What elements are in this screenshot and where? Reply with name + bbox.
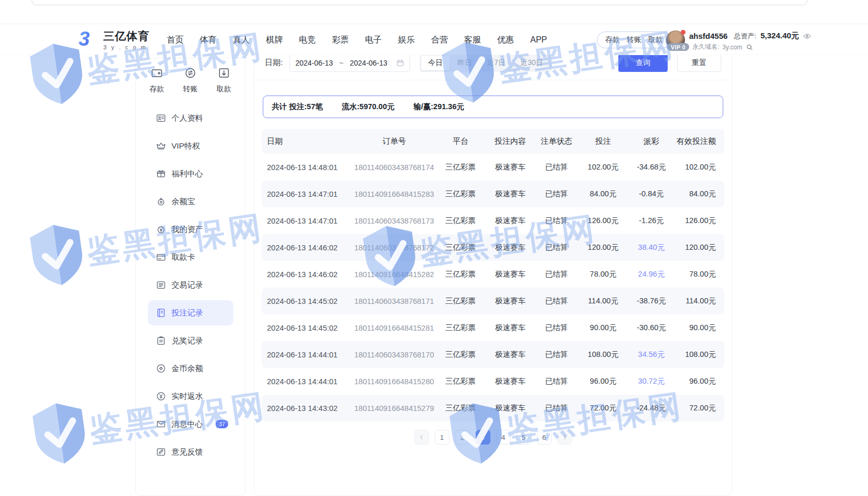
summary-bar: 共计 投注:57笔 流水:5970.00元 输/赢:291.36元 — [263, 96, 723, 118]
cell-order-number: 1801140603438768170 — [354, 351, 434, 359]
search-icon[interactable] — [745, 43, 754, 51]
profile-icon — [156, 113, 166, 123]
sidebar-item[interactable]: 余额宝 — [148, 189, 233, 214]
cell-valid-bet: 120.00元 — [676, 242, 725, 252]
bet-records-panel: 日期: 2024-06-13 ~ 2024-06-13 今日昨日近7日近30日 … — [254, 50, 732, 496]
quick-date-filter: 今日昨日近7日近30日 — [420, 54, 551, 72]
wallet-actions: 存款转账取款 — [597, 31, 671, 48]
cell-bet-amount: 90.00元 — [579, 323, 627, 333]
table-row: 2024-06-13 14:46:021801140603438768172三亿… — [262, 234, 724, 261]
reset-button[interactable]: 重置 — [677, 54, 721, 72]
site-logo[interactable]: 3 三亿体育 3 y . c o m — [76, 28, 149, 51]
date-range-picker[interactable]: 2024-06-13 ~ 2024-06-13 — [290, 54, 410, 72]
sidebar-item[interactable]: 兑奖记录 — [148, 328, 233, 353]
nav-item[interactable]: APP — [530, 35, 547, 45]
nav-item[interactable]: 电子 — [365, 35, 382, 46]
nav-item[interactable]: 优惠 — [497, 35, 514, 46]
wallet-action-button[interactable]: 转账 — [627, 35, 641, 45]
search-button[interactable]: 查询 — [618, 54, 668, 72]
sidebar-item[interactable]: 意见反馈 — [148, 439, 233, 465]
cell-bet-content: 极速赛车 — [487, 323, 534, 333]
sidebar-item[interactable]: 金币余额 — [148, 356, 233, 381]
messages-icon — [156, 419, 166, 429]
page-button[interactable]: 1 — [435, 430, 449, 445]
cell-payout: -24.48元 — [627, 403, 676, 413]
page-button[interactable]: 6 — [537, 430, 552, 445]
wallet-action-button[interactable]: 存款 — [605, 35, 620, 45]
transactions-icon — [156, 280, 166, 290]
user-center-sidebar: 存款转账取款 个人资料VIP特权福利中心余额宝我的资产取款卡交易记录投注记录兑奖… — [135, 58, 245, 496]
quick-filter-button[interactable]: 近30日 — [513, 56, 550, 70]
sidebar-item[interactable]: 个人资料 — [148, 105, 233, 131]
quick-filter-button[interactable]: 昨日 — [451, 56, 479, 70]
quick-filter-button[interactable]: 近7日 — [480, 56, 512, 70]
page-button[interactable]: 3 — [476, 430, 490, 445]
cell-platform: 三亿彩票 — [434, 189, 487, 199]
vip-badge: VIP 0 — [667, 43, 689, 51]
nav-item[interactable]: 合营 — [431, 35, 448, 46]
column-header: 投注 — [579, 136, 627, 146]
sidebar-item[interactable]: 福利中心 — [148, 161, 233, 186]
nav-item[interactable]: 真人 — [233, 35, 250, 46]
page-button[interactable]: 4 — [496, 430, 511, 445]
sidebar-quick-transfer[interactable]: 转账 — [183, 67, 198, 94]
prev-page-button[interactable] — [414, 430, 429, 445]
sidebar-item[interactable]: 投注记录 — [148, 300, 233, 325]
cell-date: 2024-06-13 14:46:02 — [262, 270, 354, 279]
cell-order-number: 1801140916648415282 — [354, 270, 434, 279]
table-header-row: 日期订单号平台投注内容注单状态投注派彩有效投注额 — [262, 129, 724, 154]
sidebar-item-label: 投注记录 — [172, 308, 203, 318]
summary-total: 共计 投注:57笔 — [272, 102, 323, 112]
cell-valid-bet: 108.00元 — [676, 350, 725, 360]
nav-item[interactable]: 彩票 — [332, 35, 349, 46]
transfer-icon — [184, 67, 197, 81]
cell-status: 已结算 — [534, 403, 579, 413]
sidebar-item[interactable]: 消息中心37 — [148, 411, 233, 437]
cell-order-number: 1801140603438768173 — [354, 217, 434, 225]
table-row: 2024-06-13 14:43:021801140916648415279三亿… — [262, 395, 724, 421]
sidebar-item[interactable]: 实时返水 — [148, 384, 233, 409]
sidebar-item-label: 取款卡 — [172, 252, 195, 262]
nav-item[interactable]: 首页 — [167, 35, 184, 46]
page-button[interactable]: 2 — [455, 430, 470, 445]
cell-platform: 三亿彩票 — [434, 242, 487, 252]
cell-bet-content: 极速赛车 — [487, 242, 534, 252]
sidebar-quick-deposit[interactable]: 存款 — [149, 67, 164, 94]
date-to: 2024-06-13 — [350, 59, 388, 67]
cell-valid-bet: 126.00元 — [676, 216, 725, 226]
nav-item[interactable]: 棋牌 — [266, 35, 283, 46]
sidebar-item[interactable]: 我的资产 — [148, 217, 233, 242]
wallet-action-button[interactable]: 取款 — [648, 35, 663, 45]
cell-platform: 三亿彩票 — [434, 269, 487, 279]
cell-bet-amount: 96.00元 — [579, 376, 627, 386]
cell-order-number: 1801140916648415279 — [354, 404, 434, 413]
cell-date: 2024-06-13 14:44:01 — [262, 351, 354, 359]
page-button[interactable]: 5 — [517, 430, 531, 445]
cell-payout: 30.72元 — [627, 376, 676, 386]
cell-platform: 三亿彩票 — [434, 403, 487, 413]
cell-payout: -30.60元 — [627, 323, 676, 333]
sidebar-item[interactable]: 取款卡 — [148, 245, 233, 270]
cell-bet-amount: 102.00元 — [579, 162, 627, 172]
sidebar-item[interactable]: VIP特权 — [148, 133, 233, 159]
assets-icon — [156, 224, 166, 235]
nav-item[interactable]: 娱乐 — [398, 35, 415, 46]
sidebar-item[interactable]: 交易记录 — [148, 272, 233, 298]
next-page-button[interactable] — [558, 430, 572, 445]
coins-icon — [156, 363, 166, 374]
sidebar-item-label: 我的资产 — [172, 225, 203, 235]
nav-item[interactable]: 客服 — [464, 35, 481, 46]
feedback-icon — [156, 447, 166, 457]
eye-icon[interactable] — [803, 32, 811, 40]
sidebar-quick-withdraw[interactable]: 取款 — [217, 67, 231, 94]
table-row: 2024-06-13 14:48:011801140603438768174三亿… — [262, 154, 724, 181]
sidebar-item-label: 兑奖记录 — [172, 336, 203, 346]
sidebar-item-label: 意见反馈 — [172, 447, 203, 457]
cell-bet-content: 极速赛车 — [487, 350, 534, 360]
cell-valid-bet: 90.00元 — [676, 323, 725, 333]
nav-item[interactable]: 体育 — [200, 35, 217, 46]
table-body: 2024-06-13 14:48:011801140603438768174三亿… — [262, 154, 724, 421]
main-nav: 首页体育真人棋牌电竞彩票电子娱乐合营客服优惠APP — [167, 24, 547, 56]
quick-filter-button[interactable]: 今日 — [421, 56, 449, 70]
nav-item[interactable]: 电竞 — [299, 35, 316, 46]
